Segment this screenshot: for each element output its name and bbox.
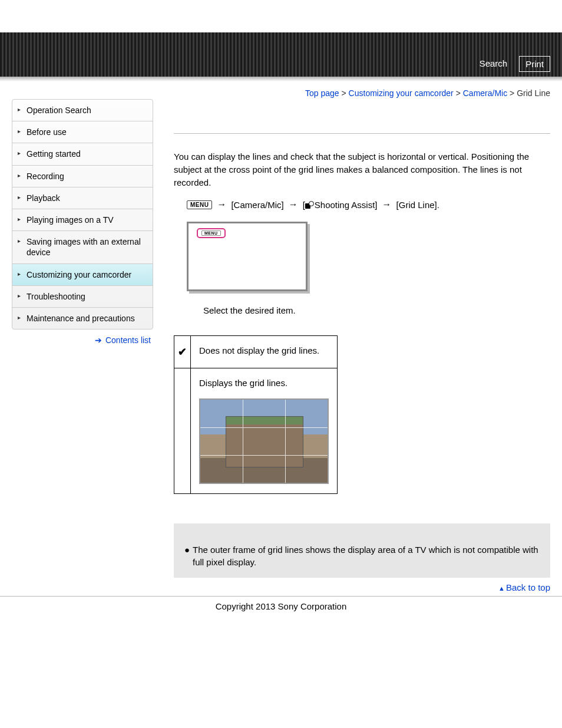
breadcrumb-l2[interactable]: Customizing your camcorder <box>349 88 454 98</box>
header-bar: Search Print <box>0 32 562 77</box>
sidebar-item[interactable]: Playing images on a TV <box>12 209 153 231</box>
triangle-up-icon: ▲ <box>498 585 505 592</box>
options-table: ✔ Does not display the grid lines. Displ… <box>174 335 338 494</box>
sidebar-item[interactable]: Recording <box>12 166 153 187</box>
sidebar-item[interactable]: Saving images with an external device <box>12 231 153 263</box>
option-off-text: Does not display the grid lines. <box>191 336 338 368</box>
sidebar-item[interactable]: Customizing your camcorder <box>12 264 153 286</box>
breadcrumb-top[interactable]: Top page <box>305 88 339 98</box>
arrow-right-icon: → <box>217 199 226 210</box>
sidebar-item[interactable]: Playback <box>12 187 153 209</box>
screen-illustration: MENU <box>187 222 308 291</box>
sidebar-nav: Operation SearchBefore useGetting starte… <box>12 99 153 330</box>
search-link[interactable]: Search <box>474 56 514 72</box>
sidebar-item[interactable]: Troubleshooting <box>12 286 153 308</box>
page-number: 114 <box>0 635 562 728</box>
breadcrumb-current: Grid Line <box>517 88 550 98</box>
table-row: ✔ Does not display the grid lines. <box>174 336 338 368</box>
option-on-text: Displays the grid lines. <box>199 378 329 388</box>
breadcrumb: Top page > Customizing your camcorder > … <box>174 88 550 98</box>
shooting-assist-icon <box>305 202 313 209</box>
instruction-text: Select the desired item. <box>203 305 550 315</box>
sidebar-item[interactable]: Maintenance and precautions <box>12 308 153 329</box>
sidebar-item[interactable]: Operation Search <box>12 100 153 121</box>
nav-step-2: [Shooting Assist] <box>303 200 378 210</box>
bullet-icon: ● <box>184 543 190 556</box>
menu-highlight: MENU <box>197 228 226 238</box>
intro-text: You can display the lines and check that… <box>174 150 550 189</box>
grid-sample-image <box>199 398 329 484</box>
arrow-right-icon: → <box>289 199 298 210</box>
note-text: The outer frame of grid lines shows the … <box>184 543 540 568</box>
note-box: ● The outer frame of grid lines shows th… <box>174 523 550 578</box>
sidebar-item[interactable]: Getting started <box>12 143 153 165</box>
breadcrumb-sep: > <box>510 88 514 98</box>
print-button[interactable]: Print <box>519 56 550 72</box>
sidebar-item[interactable]: Before use <box>12 121 153 143</box>
nav-step-1: [Camera/Mic] <box>231 200 283 210</box>
menu-path: MENU → [Camera/Mic] → [Shooting Assist] … <box>187 199 550 210</box>
breadcrumb-sep: > <box>342 88 346 98</box>
nav-step-3: [Grid Line]. <box>396 200 439 210</box>
copyright-text: Copyright 2013 Sony Corporation <box>0 597 562 635</box>
header-shadow <box>0 77 562 81</box>
menu-icon: MENU <box>187 200 212 209</box>
contents-list-link[interactable]: Contents list <box>105 335 151 345</box>
breadcrumb-l3[interactable]: Camera/Mic <box>463 88 507 98</box>
arrow-right-icon: → <box>382 199 392 210</box>
arrow-right-icon: ➔ <box>95 335 102 345</box>
table-row: Displays the grid lines. <box>174 368 338 494</box>
breadcrumb-sep: > <box>456 88 461 98</box>
checkmark-icon: ✔ <box>178 346 187 358</box>
back-to-top-link[interactable]: Back to top <box>506 582 550 592</box>
divider <box>174 133 550 134</box>
